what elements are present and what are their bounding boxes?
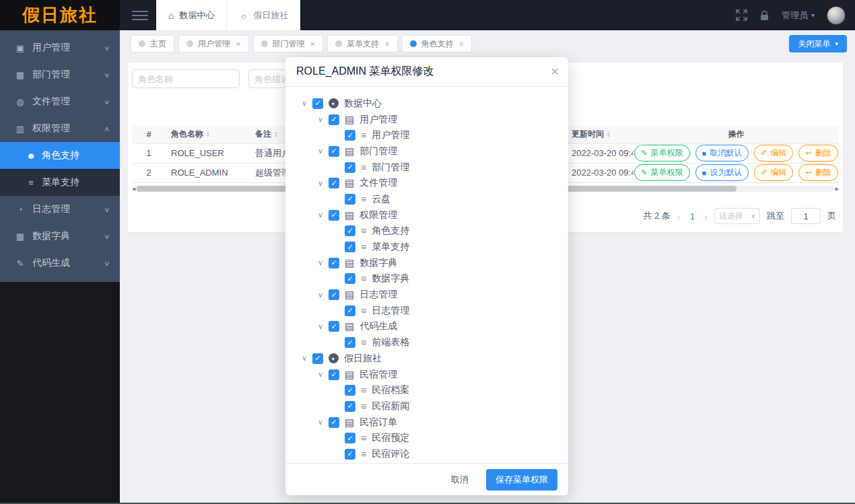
chevron-down-icon[interactable]: ∨ (318, 179, 329, 188)
sidebar-item-logs[interactable]: ◔日志管理∨ (0, 196, 120, 223)
user-menu[interactable]: 管理员 ▾ (782, 9, 815, 22)
menu-permission-modal: ROLE_ADMIN 菜单权限修改 × ∨✓▸数据中心∨✓▤用户管理✓≡用户管理… (285, 57, 568, 495)
checkbox-checked[interactable]: ✓ (312, 98, 323, 109)
close-icon[interactable]: × (551, 64, 559, 79)
scroll-left-icon[interactable]: ◀ (132, 186, 135, 192)
tab-departments[interactable]: 部门管理× (253, 35, 324, 52)
action-cancel-default-button[interactable]: ■取消默认 (695, 145, 749, 161)
chevron-down-icon[interactable]: ∨ (302, 99, 312, 108)
close-icon[interactable]: × (310, 39, 316, 49)
sidebar-item-users[interactable]: ▣用户管理∨ (0, 34, 120, 61)
checkbox-checked[interactable]: ✓ (329, 369, 339, 380)
chevron-down-icon[interactable]: ∨ (318, 322, 329, 331)
sidebar-item-dictionary[interactable]: ▦数据字典∨ (0, 223, 120, 250)
checkbox-checked[interactable]: ✓ (329, 417, 339, 428)
pagination: 共 2 条 ‹ 1 › 请选择 ∨ 跳至 页 (643, 208, 836, 224)
role-name-input[interactable] (132, 69, 240, 88)
checkbox-checked[interactable]: ✓ (329, 146, 339, 157)
checkbox-checked[interactable]: ✓ (345, 305, 355, 316)
list-icon: ≡ (361, 194, 366, 204)
checkbox-checked[interactable]: ✓ (345, 401, 355, 412)
fullscreen-icon[interactable] (736, 9, 747, 21)
permissions-icon: ▥ (15, 124, 26, 134)
checkbox-checked[interactable]: ✓ (329, 178, 339, 188)
jump-page-input[interactable] (791, 208, 821, 224)
action-delete-button[interactable]: ↩删除 (798, 164, 837, 181)
chevron-down-icon: ∨ (104, 44, 110, 52)
close-menu-button[interactable]: 关闭菜单 ▾ (789, 35, 847, 52)
chevron-down-icon[interactable]: ∨ (318, 370, 329, 379)
checkbox-checked[interactable]: ✓ (312, 353, 323, 364)
hamburger-icon[interactable] (132, 11, 148, 20)
chevron-down-icon[interactable]: ∨ (302, 354, 312, 363)
checkbox-checked[interactable]: ✓ (329, 114, 339, 125)
scroll-right-icon[interactable]: ▶ (835, 186, 839, 192)
checkbox-checked[interactable]: ✓ (345, 130, 355, 141)
cancel-button[interactable]: 取消 (444, 470, 475, 490)
action-menu-perms-button[interactable]: ✎菜单权限 (634, 145, 689, 161)
action-label: 设为默认 (710, 167, 742, 178)
close-icon[interactable]: × (236, 39, 241, 49)
action-set-default-button[interactable]: ■设为默认 (695, 164, 749, 181)
sidebar-item-departments[interactable]: ▦部门管理∨ (0, 61, 120, 88)
action-edit-button[interactable]: ✐编辑 (754, 164, 793, 181)
sidebar-item-files[interactable]: ◍文件管理∨ (0, 88, 120, 115)
action-delete-button[interactable]: ↩删除 (798, 145, 837, 161)
chevron-down-icon[interactable]: ∨ (318, 211, 329, 219)
sidebar-item-menus[interactable]: ≡菜单支持 (0, 169, 120, 196)
page-number[interactable]: 1 (687, 211, 697, 221)
checkbox-checked[interactable]: ✓ (345, 194, 355, 205)
topnav-item-data-center[interactable]: ⌂数据中心 (156, 0, 226, 30)
checkbox-checked[interactable]: ✓ (345, 225, 355, 236)
checkbox-checked[interactable]: ✓ (345, 337, 355, 348)
chevron-down-icon[interactable]: ∨ (318, 418, 329, 427)
topnav-item-holiday-inn[interactable]: ☼假日旅社 (226, 0, 300, 30)
page-size-select[interactable]: 请选择 ∨ (714, 208, 760, 224)
checkbox-checked[interactable]: ✓ (329, 258, 339, 268)
tab-status-dot (335, 40, 342, 47)
tree-node: ∨✓▤文件管理 (294, 175, 560, 191)
chevron-down-icon[interactable]: ∨ (318, 291, 329, 299)
tab-roles[interactable]: 角色支持× (402, 35, 473, 52)
close-icon[interactable]: × (459, 39, 465, 49)
modal-header: ROLE_ADMIN 菜单权限修改 × (285, 57, 568, 87)
avatar[interactable] (827, 6, 846, 25)
checkbox-checked[interactable]: ✓ (345, 273, 355, 284)
sort-icon[interactable]: ▲▼ (206, 131, 210, 138)
tree-node-label: 用户管理 (372, 129, 409, 141)
checkbox-checked[interactable]: ✓ (345, 449, 355, 460)
sidebar-item-permissions[interactable]: ▥权限管理∧ (0, 115, 120, 142)
lock-icon[interactable] (759, 10, 770, 21)
prev-page-icon[interactable]: ‹ (677, 211, 681, 222)
tab-menus[interactable]: 菜单支持× (327, 35, 398, 52)
next-page-icon[interactable]: › (704, 211, 708, 222)
action-edit-button[interactable]: ✐编辑 (754, 145, 793, 161)
checkbox-checked[interactable]: ✓ (329, 289, 339, 300)
chevron-down-icon[interactable]: ∨ (318, 147, 329, 155)
sort-icon[interactable]: ▲▼ (607, 131, 611, 138)
list-icon: ≡ (361, 449, 366, 459)
chevron-down-icon[interactable]: ∨ (318, 115, 329, 124)
sidebar-item-roles[interactable]: ☻角色支持 (0, 142, 120, 169)
checkbox-checked[interactable]: ✓ (345, 242, 355, 252)
tab-status-dot (261, 40, 268, 47)
close-icon[interactable]: × (384, 39, 390, 49)
checkbox-checked[interactable]: ✓ (329, 321, 339, 332)
tab-label: 主页 (150, 38, 166, 50)
bulb-icon: ☼ (239, 10, 248, 21)
tab-users[interactable]: 用户管理× (178, 35, 249, 52)
menus-icon: ≡ (26, 178, 36, 188)
checkbox-checked[interactable]: ✓ (329, 210, 339, 221)
save-permissions-button[interactable]: 保存菜单权限 (486, 469, 557, 491)
tab-list: 主页用户管理×部门管理×菜单支持×角色支持× (131, 35, 472, 52)
checkbox-checked[interactable]: ✓ (345, 162, 355, 173)
tab-home[interactable]: 主页 (131, 35, 174, 52)
checkbox-checked[interactable]: ✓ (345, 385, 355, 396)
sidebar-item-codegen[interactable]: ✎代码生成∨ (0, 250, 120, 277)
checkbox-checked[interactable]: ✓ (345, 433, 355, 443)
action-menu-perms-button[interactable]: ✎菜单权限 (634, 164, 689, 181)
sort-icon[interactable]: ▲▼ (274, 131, 278, 138)
chevron-down-icon[interactable]: ∨ (318, 258, 329, 267)
tree-node-label: 民宿预定 (372, 432, 409, 444)
menu-folder-icon: ▤ (345, 322, 354, 331)
